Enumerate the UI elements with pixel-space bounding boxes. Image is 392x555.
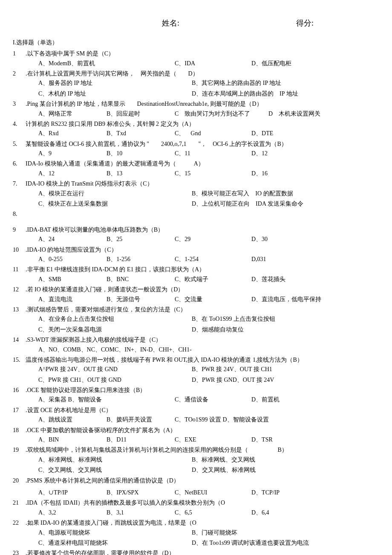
option-b: B、无源信号 xyxy=(107,295,175,304)
option-line: A、NO、COMB、NC、COMC、IN+、IN-D、CHI+、CH1- xyxy=(13,345,379,355)
option-b xyxy=(107,59,175,68)
option-c: C、模块正在上送采集数据 xyxy=(38,199,192,209)
question-9: 9 .IDA-BAT 模块可以测量的电池单体电压路数为（B） A、24 B、25… xyxy=(13,225,379,244)
option-d: D、6,4 xyxy=(251,508,345,517)
option-a: A、9 xyxy=(38,149,107,158)
option-c: C、关闭一次采集器电源 xyxy=(38,325,192,334)
q-text: .PSMS 系统中各计算机之间的通信采用的通信协议是（D） xyxy=(26,476,379,485)
q-text: .如果 IDA-IO 的某通道接入门碰，而跳线设置为电流，结果是（O xyxy=(26,518,379,528)
question-10: 10 .IDA-IO 的地址范围应设置为（C） A、0-255 B、1-256 … xyxy=(13,245,379,264)
option-c: C、IDA xyxy=(175,59,251,68)
q-text: .OCE 中要加载的智能设备驱动程序的文件扩展名为（A） xyxy=(26,426,379,435)
q-num: 18 xyxy=(13,426,26,435)
q-num: 19 xyxy=(13,445,26,455)
option-c: C、通道采样电阻可能烧坏 xyxy=(38,538,192,548)
option-d: D、DTE xyxy=(251,129,345,138)
option-a: A、12 xyxy=(38,169,107,178)
option-a: A、电源板可能烧坏 xyxy=(38,528,192,538)
option-a: A、在业务台上点击复位按钮 xyxy=(38,314,192,324)
question-4: 4. 计算机的 RS232 接口采用 DB9 标准公头，其针脚 2 定义为（A）… xyxy=(13,119,379,139)
q-text: .非平衡 E1 中继线连接到 IDA-DCM 的 E1 接口，该接口形状为（A） xyxy=(26,265,379,274)
option-b: B、其它网络上的路由器的 IP 地址 xyxy=(192,78,345,88)
option-d: D、30 xyxy=(251,235,345,244)
option-d: D、直流电压，低电平保持 xyxy=(251,295,345,304)
option-b: B、标准网线、交叉网线 xyxy=(192,455,345,465)
option-a: A^PWR 接 24V、OUT 接 GND xyxy=(38,365,192,374)
q-num: 23 xyxy=(13,549,26,555)
q-num: 15. xyxy=(13,355,26,365)
option-b xyxy=(107,395,175,404)
option-b: B、拨码开关设置 xyxy=(107,415,175,424)
q-text: 计算机的 RS232 接口采用 DB9 标准公头，其针脚 2 定义为（A） xyxy=(26,119,379,129)
option-d: D,031 xyxy=(251,255,345,264)
question-11: 11 .非平衡 E1 中继线连接到 IDA-DCM 的 E1 接口，该接口形状为… xyxy=(13,265,379,284)
question-7: 7. IDA-IO 模块上的 TranSmit 闪烁指示灯表示（C） A、模块正… xyxy=(13,179,379,209)
q-num: 12 xyxy=(13,285,26,294)
q-text: .若 IO 模块的某通道接入门碰，则通道状态一般设置为（D） xyxy=(26,285,379,294)
option-a: A、ModemB、前置机 xyxy=(38,59,107,68)
q-num: 21 xyxy=(13,498,26,508)
option-a: A、24 xyxy=(38,235,107,244)
q-text xyxy=(26,209,379,219)
q-text: .S3-WDT 泄漏探测器上接入电极的接线端子是（C） xyxy=(26,335,379,345)
option-c: C、NetBEUI xyxy=(175,488,251,497)
question-13: 13 .测试烟感告警后，需要对烟感进行复位，复位的方法是（C） A、在业务台上点… xyxy=(13,305,379,334)
q-num: 2 xyxy=(13,69,26,78)
q-num: 17 xyxy=(13,406,26,415)
score-label: 得分: xyxy=(245,17,379,29)
section-title: I.选择题（单选） xyxy=(13,38,379,47)
question-3: 3 .Ping 某台计算机的 IP 地址，结果显示 DestinationHos… xyxy=(13,99,379,119)
q-text: .测试烟感告警后，需要对烟感进行复位，复位的方法是（C） xyxy=(26,305,379,314)
option-c: C、木机的 IP 地址 xyxy=(38,89,192,99)
question-21: 21 .IDA（不包括 IDAII）共有的插槽数及最多可以插入的采集模块数分别为… xyxy=(13,498,379,517)
question-14: 14 .S3-WDT 泄漏探测器上接入电极的接线端子是（C） A、NO、COMB… xyxy=(13,335,379,355)
question-16: 16 .OCE 智能协议处理器的采集口用来连接（B） A、采集器 B、智能设备 … xyxy=(13,386,379,405)
option-a: A、服务器的 IP 地址 xyxy=(38,78,192,88)
option-d: D、TCP/IP xyxy=(251,488,345,497)
option-b: B、回应超时 xyxy=(107,109,175,119)
option-c: C、EXE xyxy=(175,435,251,445)
question-23: 23 .若要修改某个信号的存储周期，需要使用的软件是（D） xyxy=(13,549,379,555)
option-a: A、直流电流 xyxy=(38,295,107,304)
q-num: 3 xyxy=(13,99,26,109)
option-a: A、Rxd xyxy=(38,129,107,138)
q-num: 5. xyxy=(13,139,26,149)
header-row: 姓名: 得分: xyxy=(13,17,379,29)
option-b: B、3,1 xyxy=(107,508,175,517)
option-c: C、15 xyxy=(175,169,251,178)
q-num: 8. xyxy=(13,209,26,219)
q-num: 9 xyxy=(13,225,26,235)
option-d: D、前置机 xyxy=(251,395,345,404)
option-d: D、12 xyxy=(251,149,345,158)
q-num: 6. xyxy=(13,159,26,169)
option-a: A、标准网线、标准网线 xyxy=(38,455,192,465)
option-c: C、通信设备 xyxy=(175,395,251,404)
q-num: 4. xyxy=(13,119,26,129)
option-a: A、网络正常 xyxy=(38,109,107,119)
option-a: A、采集器 B、智能设备 xyxy=(38,395,107,404)
q-num: 1 xyxy=(13,49,26,58)
question-19: 19 .双绞线局域网中，计算机与集线器及计算机与计算机之间的连接采用的网线分别是… xyxy=(13,445,379,475)
question-6: 6. IDA-Io 模块输入通道（采集通道）的最大逻辑通道号为（ A） A、12… xyxy=(13,159,379,178)
option-b: B、PWR 接 24V、OUT 接 CH1 xyxy=(192,365,345,374)
option-b: B、IPX/SPX xyxy=(107,488,175,497)
option-a: A、SMB xyxy=(38,275,107,284)
q-num: 11 xyxy=(13,265,26,274)
question-20: 20 .PSMS 系统中各计算机之间的通信采用的通信协议是（D） A、∪TP/I… xyxy=(13,476,379,498)
option-d: D、交叉网线、标准网线 xyxy=(192,465,345,475)
option-b: B、1-256 xyxy=(107,255,175,264)
option-d: D、低压配电柜 xyxy=(251,59,345,68)
option-a: A、∪TP/IP xyxy=(38,488,107,497)
question-22: 22 .如果 IDA-IO 的某通道接入门碰，而跳线设置为电流，结果是（O A、… xyxy=(13,518,379,548)
option-b: B、在 ToO1S99 上点击复位按钮 xyxy=(192,314,345,324)
option-d: D、烟感能自动复位 xyxy=(192,325,345,334)
option-c: C、交叉网线、交叉网线 xyxy=(38,465,192,475)
option-c: C 致由哭订为对方到达不了 xyxy=(175,109,268,119)
option-b: B、13 xyxy=(107,169,175,178)
question-8: 8. xyxy=(13,209,379,219)
q-text: .若要修改某个信号的存储周期，需要使用的软件是（D） xyxy=(26,549,379,555)
option-b: B、D11 xyxy=(107,435,175,445)
q-text: .IDA-BAT 模块可以测量的电池单体电压路数为（B） xyxy=(26,225,379,235)
q-text: .IDA（不包括 IDAII）共有的插槽数及最多可以插入的采集模块数分别为（O xyxy=(26,498,379,508)
option-d: D、连在本局域网上的路由器的 IP 地址 xyxy=(192,89,345,99)
